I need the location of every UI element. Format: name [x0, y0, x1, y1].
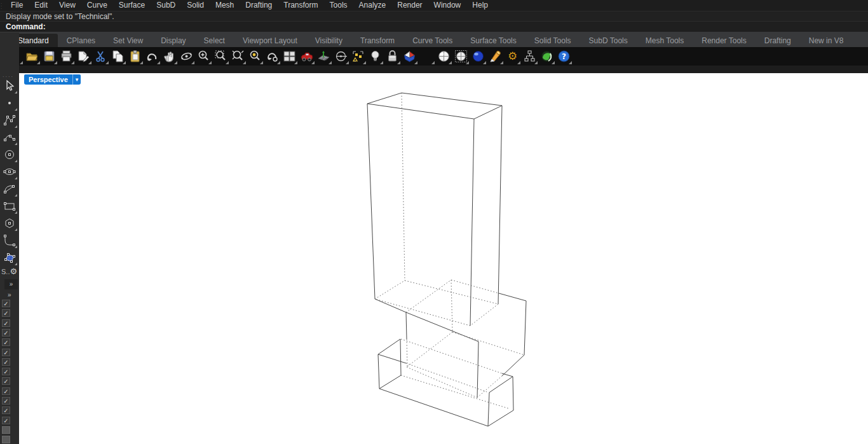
save-button[interactable]	[41, 48, 58, 65]
chevron-down-icon[interactable]: ▾	[72, 74, 81, 85]
sidebar-expander-1[interactable]: »	[4, 279, 18, 289]
spotlight-button[interactable]	[487, 48, 504, 65]
pan-button[interactable]	[161, 48, 178, 65]
flyout-triangle-icon	[449, 61, 452, 64]
check-toggle[interactable]: ✓	[2, 300, 10, 307]
copy-button[interactable]	[109, 48, 126, 65]
cplane-grid-button[interactable]	[315, 48, 332, 65]
polygon-tool-button[interactable]	[2, 216, 17, 231]
surface-patch-tool-button[interactable]	[2, 250, 17, 265]
rotate-view-button[interactable]	[178, 48, 195, 65]
rectangle-tool-button[interactable]	[2, 198, 17, 214]
tab-subd-tools[interactable]: SubD Tools	[580, 34, 637, 47]
tab-solid-tools[interactable]: Solid Tools	[526, 34, 580, 47]
perspective-viewport[interactable]: Perspective ▾	[19, 73, 868, 444]
layer-wedge-button[interactable]	[401, 48, 418, 65]
undo-view-button[interactable]	[264, 48, 281, 65]
control-point-curve-tool-button[interactable]	[2, 113, 17, 128]
gear-icon[interactable]: ⚙	[10, 267, 17, 276]
menu-analyze[interactable]: Analyze	[353, 0, 392, 11]
zoom-extents-button[interactable]	[229, 48, 247, 65]
menu-transform[interactable]: Transform	[278, 0, 323, 11]
tab-display[interactable]: Display	[152, 34, 194, 47]
check-toggle[interactable]: ✓	[2, 368, 10, 375]
menu-render[interactable]: Render	[391, 0, 428, 11]
lock-button[interactable]	[384, 48, 401, 65]
menu-help[interactable]: Help	[466, 0, 494, 11]
tab-mesh-tools[interactable]: Mesh Tools	[637, 34, 693, 47]
check-toggle[interactable]: ✓	[2, 329, 10, 336]
settings-gears-icon: ⚙	[508, 51, 517, 62]
menu-solid[interactable]: Solid	[181, 0, 210, 11]
menu-tools[interactable]: Tools	[324, 0, 353, 11]
tab-transform[interactable]: Transform	[351, 34, 403, 47]
menu-mesh[interactable]: Mesh	[210, 0, 240, 11]
tab-select[interactable]: Select	[195, 34, 234, 47]
tab-visibility[interactable]: Visibility	[306, 34, 351, 47]
tab-surface-tools[interactable]: Surface Tools	[461, 34, 526, 47]
menu-subd[interactable]: SubD	[151, 0, 181, 11]
check-toggle[interactable]: ✓	[2, 309, 10, 317]
circle-tool-button[interactable]	[2, 147, 17, 162]
zoom-button[interactable]	[195, 48, 212, 65]
tab-drafting[interactable]: Drafting	[756, 34, 800, 47]
zoom-selected-button[interactable]	[247, 48, 264, 65]
menubar-grip[interactable]: ...	[1, 1, 3, 9]
viewport-layout-button[interactable]	[281, 48, 298, 65]
check-toggle[interactable]: ✓	[2, 338, 10, 346]
hierarchy-button[interactable]	[521, 48, 538, 65]
tab-cplanes[interactable]: CPlanes	[58, 34, 104, 47]
light-bulb-button[interactable]	[367, 48, 384, 65]
render-region-button[interactable]	[452, 48, 470, 65]
tab-set-view[interactable]: Set View	[104, 34, 152, 47]
blank-toggle[interactable]	[2, 426, 10, 434]
settings-gears-button[interactable]: ⚙	[504, 48, 521, 65]
paste-button[interactable]	[126, 48, 144, 65]
svg-text:?: ?	[562, 52, 566, 61]
menu-edit[interactable]: Edit	[29, 0, 53, 11]
sidebar-grip[interactable]: ....	[3, 72, 14, 78]
interpolate-curve-tool-button[interactable]	[2, 130, 17, 145]
menu-window[interactable]: Window	[428, 0, 467, 11]
osnap-points-button[interactable]	[349, 48, 367, 65]
check-toggle[interactable]: ✓	[2, 349, 10, 356]
check-toggle[interactable]: ✓	[2, 319, 10, 327]
menu-surface[interactable]: Surface	[113, 0, 151, 11]
tab-render-tools[interactable]: Render Tools	[693, 34, 756, 47]
display-car-button[interactable]	[298, 48, 315, 65]
help-button[interactable]: ?	[555, 48, 573, 65]
zoom-window-button[interactable]	[212, 48, 229, 65]
edit-properties-button[interactable]	[75, 48, 92, 65]
check-toggle[interactable]: ✓	[2, 417, 10, 424]
menu-drafting[interactable]: Drafting	[240, 0, 278, 11]
check-toggle[interactable]: ✓	[2, 358, 10, 366]
set-view-button[interactable]	[332, 48, 349, 65]
undo-button[interactable]	[144, 48, 161, 65]
tab-new-in-v8[interactable]: New in V8	[800, 34, 853, 47]
tab-curve-tools[interactable]: Curve Tools	[403, 34, 461, 47]
check-toggle[interactable]: ✓	[2, 387, 10, 395]
menu-view[interactable]: View	[53, 0, 81, 11]
cut-button[interactable]	[92, 48, 109, 65]
select-arrow-tool-button[interactable]	[2, 78, 17, 94]
check-toggle[interactable]: ✓	[2, 406, 10, 414]
blank-toggle[interactable]	[2, 436, 10, 443]
ellipse-tool-button[interactable]	[2, 164, 17, 179]
menu-curve[interactable]: Curve	[81, 0, 113, 11]
render-preview-button[interactable]	[538, 48, 555, 65]
point-tool-button[interactable]	[2, 95, 17, 111]
print-button[interactable]	[58, 48, 75, 65]
viewport-title-tab[interactable]: Perspective ▾	[24, 74, 81, 85]
fillet-curve-tool-button[interactable]	[2, 233, 17, 248]
shaded-sphere-button[interactable]	[435, 48, 452, 65]
arc-tool-button[interactable]	[2, 181, 17, 197]
open-file-button[interactable]	[24, 48, 41, 65]
menu-file[interactable]: File	[5, 0, 29, 11]
tab-viewport-layout[interactable]: Viewport Layout	[234, 34, 306, 47]
color-wheel-button[interactable]	[418, 48, 435, 65]
check-toggle[interactable]: ✓	[2, 397, 10, 405]
sidebar-expander-2[interactable]: »	[8, 291, 11, 298]
render-sphere-button[interactable]	[470, 48, 487, 65]
command-line[interactable]: Command:	[0, 21, 868, 32]
check-toggle[interactable]: ✓	[2, 377, 10, 385]
